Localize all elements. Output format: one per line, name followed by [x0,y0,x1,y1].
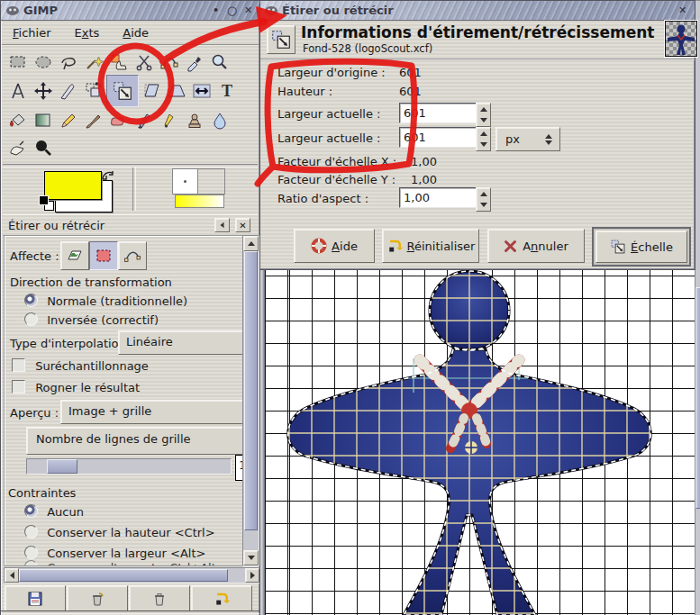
scroll-left-button[interactable] [5,568,19,583]
cur-width-entry[interactable]: 601 [399,103,478,123]
tool-palette: T [5,49,255,161]
supersample-checkbox[interactable]: Suréchantillonnage [12,358,149,373]
menu-fichier[interactable]: Fichier [13,26,51,40]
tool-shear[interactable] [139,78,164,104]
tab-close-button[interactable]: ✕ [235,218,250,232]
dialog-close-button[interactable]: ✕ [676,4,689,17]
options-hscrollbar[interactable] [4,567,259,583]
life-ring-icon [311,238,327,254]
tool-pencil[interactable] [56,108,81,133]
tool-airbrush[interactable] [132,108,157,133]
affect-layer-button[interactable] [60,241,89,270]
tool-measure[interactable] [5,78,31,104]
tool-magic-wand[interactable] [81,50,106,75]
tool-convolve[interactable] [207,108,232,133]
tool-bucket-fill[interactable] [5,108,31,133]
canvas-vscrollbar-thumb[interactable] [695,287,700,509]
scroll-down-button[interactable] [243,550,259,565]
constraint-radio-aspect[interactable]: Conserver l'aspect <Ctrl+Alt> [24,560,226,566]
constraint-radio-height[interactable]: Conserver la hauteur <Ctrl> [24,525,215,539]
scroll-right-button[interactable] [245,568,259,583]
unit-combo[interactable]: px [495,127,560,151]
ratio-entry[interactable]: 1,00 [399,187,478,208]
tool-scale[interactable] [106,75,139,107]
cur-width-spinner[interactable] [476,103,491,127]
dialog-titlebar[interactable]: Étirer ou rétrécir ✕ [259,1,695,21]
options-hscrollbar-thumb[interactable] [19,569,228,582]
radio-unselected [24,312,38,326]
reset-button[interactable]: Réinitialiser [382,229,479,263]
minimize-button[interactable]: • [209,4,223,17]
default-colors-icon[interactable] [39,195,53,210]
interpolation-dropdown[interactable]: Linéaire [118,330,244,355]
tool-color-picker[interactable] [182,50,207,75]
reset-options-button[interactable] [191,585,252,611]
interpolation-label: Type d'interpolation : [10,337,133,350]
tool-paths[interactable] [157,50,182,75]
direction-radio-normal[interactable]: Normale (traditionnelle) [24,294,187,308]
tool-paintbrush[interactable] [81,108,106,133]
radio-unselected [24,546,38,559]
options-vscrollbar-thumb[interactable] [244,251,258,530]
layer-icon [66,247,84,265]
scale-button[interactable]: Échelle [595,231,687,263]
constraint-radio-none[interactable]: Aucun [24,504,84,519]
cur-height-entry[interactable]: 601 [399,127,478,148]
cur-height-spinner[interactable] [476,127,491,151]
tool-flip[interactable] [189,78,214,104]
close-button[interactable]: ✕ [241,4,255,17]
save-options-button[interactable] [5,585,66,611]
tool-lasso[interactable] [56,50,81,75]
tool-move[interactable] [31,78,56,104]
ratio-spinner[interactable] [476,187,491,212]
menu-aide[interactable]: Aide [123,26,149,40]
grid-lines-button[interactable]: Nombre de lignes de grille [26,427,244,455]
tool-crop[interactable] [56,78,81,104]
grid-lines-slider[interactable] [26,458,232,475]
cancel-button-label: Annuler [523,240,568,253]
brush-preview[interactable] [172,168,198,194]
pattern-preview[interactable] [197,168,225,194]
scout-logo-figure [265,270,695,615]
dialog-header-icon-box [267,25,295,54]
tool-rect-select[interactable] [5,50,31,75]
indicator-area [136,166,258,213]
tool-gradient[interactable] [31,108,56,133]
swap-colors-icon[interactable] [100,168,116,183]
reset-button-label: Réinitialiser [407,240,476,253]
tool-rotate[interactable] [81,78,106,104]
toolbox-titlebar[interactable]: GIMP • ○ ✕ [1,1,259,21]
restore-options-button[interactable] [67,585,128,611]
clip-checkbox[interactable]: Rogner le résultat [12,380,140,394]
affect-selection-button[interactable] [89,241,118,270]
tab-menu-button[interactable] [214,218,230,232]
delete-options-button[interactable] [129,585,190,611]
preview-dropdown[interactable]: Image + grille [60,400,244,424]
tool-eraser[interactable] [106,108,132,133]
tool-smudge[interactable] [5,135,31,160]
tool-clone[interactable] [182,108,207,133]
dialog-subheading: Fond-528 (logoScout.xcf) [303,42,432,55]
tool-text[interactable]: T [214,78,240,104]
tool-magnify[interactable] [207,50,232,75]
affect-path-button[interactable] [118,241,147,270]
cancel-button[interactable]: Annuler [487,229,585,263]
tool-dodge-burn[interactable] [31,135,56,160]
direction-radio-inverse[interactable]: Inversée (correctif) [24,312,159,327]
options-vscrollbar[interactable] [242,235,259,566]
scroll-up-button[interactable] [243,236,259,251]
constraint-radio-width[interactable]: Conserver la largeur <Alt> [24,546,205,560]
tool-perspective[interactable] [164,78,189,104]
menu-exts[interactable]: Exts [75,26,100,40]
image-canvas[interactable] [265,270,695,615]
tool-ellipse-select[interactable] [31,50,56,75]
tool-select-by-color[interactable] [106,50,132,75]
trash-restore-icon [89,591,105,607]
tool-scissors[interactable] [132,50,157,75]
grid-lines-slider-thumb[interactable] [47,459,77,474]
maximize-button[interactable]: ○ [225,4,239,17]
help-button[interactable]: Aide [294,229,375,263]
help-button-label: Aide [332,240,358,253]
tool-ink[interactable] [157,108,182,133]
gradient-preview[interactable] [175,194,224,208]
